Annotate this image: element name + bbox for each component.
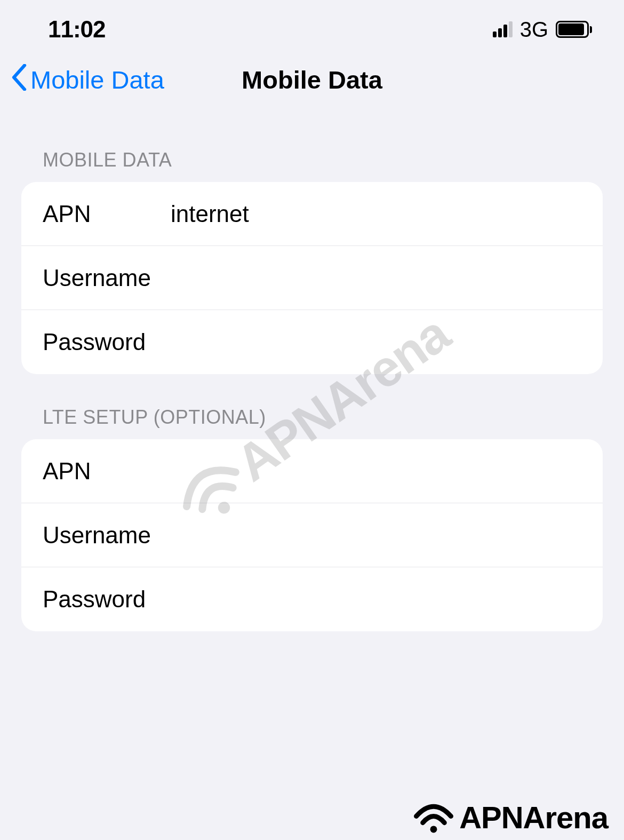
section-header-mobile-data: MOBILE DATA xyxy=(21,149,603,182)
lte-password-label: Password xyxy=(43,586,171,613)
battery-icon xyxy=(556,21,592,38)
chevron-left-icon xyxy=(11,64,28,96)
back-button[interactable]: Mobile Data xyxy=(11,64,164,96)
status-time: 11:02 xyxy=(48,16,106,43)
footer-logo: APNArena xyxy=(410,799,608,836)
password-row[interactable]: Password xyxy=(21,310,603,374)
username-field[interactable] xyxy=(171,265,581,291)
mobile-data-section: APN Username Password xyxy=(21,182,603,374)
lte-apn-row[interactable]: APN xyxy=(21,439,603,503)
lte-setup-section: APN Username Password xyxy=(21,439,603,631)
password-label: Password xyxy=(43,329,171,355)
username-row[interactable]: Username xyxy=(21,246,603,310)
status-indicators: 3G xyxy=(493,18,592,42)
lte-username-label: Username xyxy=(43,522,171,549)
lte-username-row[interactable]: Username xyxy=(21,503,603,567)
apn-row[interactable]: APN xyxy=(21,182,603,246)
username-label: Username xyxy=(43,265,171,291)
lte-password-row[interactable]: Password xyxy=(21,567,603,631)
wifi-icon xyxy=(410,799,458,836)
apn-field[interactable] xyxy=(171,201,581,227)
footer-logo-text: APNArena xyxy=(459,799,608,835)
section-header-lte-setup: LTE SETUP (OPTIONAL) xyxy=(21,406,603,439)
password-field[interactable] xyxy=(171,329,581,355)
lte-apn-field[interactable] xyxy=(171,458,581,485)
back-label: Mobile Data xyxy=(30,65,164,94)
lte-apn-label: APN xyxy=(43,458,171,485)
navigation-bar: Mobile Data Mobile Data xyxy=(0,48,624,106)
network-type-label: 3G xyxy=(520,18,548,42)
svg-point-1 xyxy=(430,826,437,833)
signal-strength-icon xyxy=(493,21,513,37)
lte-username-field[interactable] xyxy=(171,522,581,549)
status-bar: 11:02 3G xyxy=(0,0,624,48)
page-title: Mobile Data xyxy=(242,65,382,94)
apn-label: APN xyxy=(43,201,171,227)
lte-password-field[interactable] xyxy=(171,586,581,613)
